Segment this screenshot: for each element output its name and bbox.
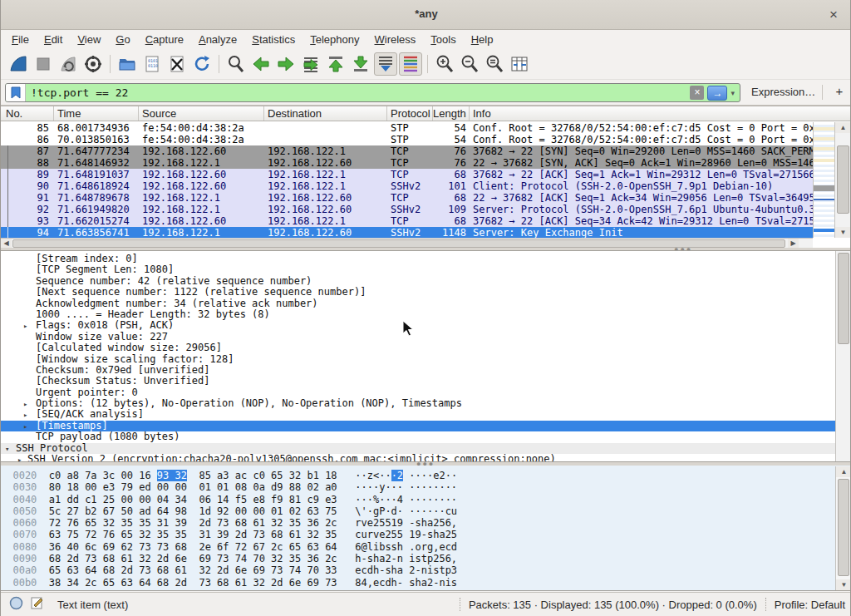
scrollbar-handle[interactable] <box>838 479 849 576</box>
packet-row[interactable]: 9071.648618924192.168.122.60192.168.122.… <box>1 180 813 192</box>
hex-row[interactable]: 0090 68 2d 73 68 61 32 2d 6e 69 73 74 70… <box>1 553 851 564</box>
detail-line[interactable]: ▸Options: (12 bytes), No-Operation (NOP)… <box>1 398 851 409</box>
packet-list-vscrollbar[interactable]: ▲ ▼ <box>834 122 851 238</box>
detail-line[interactable]: ▸Flags: 0x018 (PSH, ACK) <box>1 320 851 331</box>
detail-line[interactable]: Window size value: 227 <box>1 332 851 342</box>
detail-line[interactable]: ▾SSH Protocol <box>1 443 851 454</box>
status-profile[interactable]: Profile: Default <box>775 599 851 611</box>
hex-row[interactable]: 0040 a1 dd c1 25 00 00 04 34 06 14 f5 e8… <box>1 494 851 505</box>
hex-row[interactable]: 0080 36 40 6c 69 62 73 73 68 2e 6f 72 67… <box>1 541 851 553</box>
expander-closed-icon[interactable]: ▸ <box>17 455 22 462</box>
go-bottom-icon[interactable] <box>349 52 372 76</box>
packet-row[interactable]: 8871.648146932192.168.122.1192.168.122.6… <box>1 157 813 169</box>
scrollbar-handle[interactable] <box>837 145 849 214</box>
capture-comment-icon[interactable] <box>30 596 44 613</box>
menu-statistics[interactable]: Statistics <box>244 32 303 47</box>
menu-go[interactable]: Go <box>108 32 137 47</box>
column-header-destination[interactable]: Destination <box>264 106 387 121</box>
hex-row[interactable]: 0050 5c 27 b2 67 50 ad 64 98 1d 92 00 00… <box>1 505 851 517</box>
column-header-length[interactable]: Length <box>433 106 470 121</box>
column-header-time[interactable]: Time <box>54 106 139 121</box>
menu-view[interactable]: View <box>70 32 108 47</box>
expression-button[interactable]: Expression… <box>751 86 815 98</box>
hex-row[interactable]: 0030 80 18 00 e3 79 ed 00 00 01 01 08 0a… <box>1 481 851 493</box>
capture-restart-icon[interactable] <box>57 52 80 76</box>
hex-row[interactable]: 0060 72 76 65 32 35 35 31 39 2d 73 68 61… <box>1 517 851 529</box>
go-forward-icon[interactable] <box>274 52 298 76</box>
detail-line[interactable]: Acknowledgment number: 34 (relative ack … <box>1 298 851 309</box>
hex-row[interactable]: 00b0 38 34 2c 65 63 64 68 2d 73 68 61 32… <box>1 577 851 589</box>
capture-start-icon[interactable] <box>7 52 30 76</box>
column-header-protocol[interactable]: Protocol <box>387 106 433 121</box>
zoom-in-icon[interactable] <box>433 52 456 76</box>
hex-row[interactable]: 0070 63 75 72 76 65 32 35 35 31 39 2d 73… <box>1 529 851 540</box>
colorize-icon[interactable] <box>399 52 422 76</box>
detail-line[interactable]: [Calculated window size: 29056] <box>1 342 851 353</box>
go-to-packet-icon[interactable] <box>299 52 322 76</box>
menu-edit[interactable]: Edit <box>37 32 70 47</box>
file-open-icon[interactable] <box>116 52 139 76</box>
detail-line[interactable]: ▸[SEQ/ACK analysis] <box>1 409 851 420</box>
file-close-icon[interactable] <box>165 52 189 76</box>
packet-row[interactable]: 9471.663856741192.168.122.1192.168.122.6… <box>1 227 813 238</box>
detail-line[interactable]: [Next sequence number: 1122 (relative se… <box>1 287 851 298</box>
capture-options-icon[interactable] <box>81 52 105 76</box>
find-packet-icon[interactable] <box>224 52 248 76</box>
menu-telephony[interactable]: Telephony <box>303 32 366 47</box>
scroll-down-icon[interactable]: ▼ <box>836 579 851 590</box>
menu-capture[interactable]: Capture <box>138 32 191 47</box>
column-header-info[interactable]: Info <box>470 106 851 121</box>
detail-line[interactable]: 1000 .... = Header Length: 32 bytes (8) <box>1 309 851 320</box>
detail-line[interactable]: Urgent pointer: 0 <box>1 387 851 398</box>
scrollbar-handle[interactable] <box>838 253 849 344</box>
menu-analyze[interactable]: Analyze <box>191 32 244 47</box>
filter-expression-text[interactable]: !tcp.port == 22 <box>26 86 690 99</box>
packet-row[interactable]: 8568.001734936fe:54:00:d4:38:2aSTP54Conf… <box>1 122 813 134</box>
zoom-reset-icon[interactable] <box>483 52 506 76</box>
scrollbar-handle[interactable] <box>12 239 785 248</box>
detail-line[interactable]: [Window size scaling factor: 128] <box>1 354 851 365</box>
packet-row[interactable]: 8670.013850163fe:54:00:d4:38:2aSTP54Conf… <box>1 134 813 145</box>
resize-columns-icon[interactable] <box>508 52 531 76</box>
zoom-out-icon[interactable] <box>458 52 481 76</box>
detail-line[interactable]: [Stream index: 0] <box>1 254 851 264</box>
detail-line[interactable]: TCP payload (1080 bytes) <box>1 431 851 442</box>
menu-tools[interactable]: Tools <box>423 32 463 47</box>
filter-clear-icon[interactable]: × <box>690 86 704 100</box>
filter-dropdown-icon[interactable]: ▾ <box>730 89 735 97</box>
hex-row[interactable]: 00a0 65 63 64 68 2d 73 68 61 32 2d 6e 69… <box>1 564 851 576</box>
close-window-button[interactable]: × <box>825 7 842 23</box>
detail-line[interactable]: [TCP Segment Len: 1080] <box>1 264 851 275</box>
menu-help[interactable]: Help <box>464 32 501 47</box>
bytes-vscrollbar[interactable]: ▲ ▼ <box>835 466 851 590</box>
packet-row[interactable]: 9271.661949820192.168.122.1192.168.122.6… <box>1 204 813 215</box>
column-header-no[interactable]: No. <box>1 106 54 121</box>
scroll-up-icon[interactable]: ▲ <box>836 466 851 477</box>
reload-icon[interactable] <box>190 52 214 76</box>
packet-row[interactable]: 9171.648789678192.168.122.1192.168.122.6… <box>1 192 813 204</box>
capture-stop-icon[interactable] <box>32 52 55 76</box>
file-save-icon[interactable]: 01010110 <box>140 52 164 76</box>
scroll-down-icon[interactable]: ▼ <box>835 227 851 238</box>
go-top-icon[interactable] <box>324 52 347 76</box>
auto-scroll-icon[interactable] <box>374 52 397 76</box>
detail-line[interactable]: Sequence number: 42 (relative sequence n… <box>1 276 851 287</box>
scroll-up-icon[interactable]: ▲ <box>835 122 851 133</box>
filter-apply-icon[interactable]: → <box>707 86 727 101</box>
display-filter-input[interactable]: !tcp.port == 22 × → ▾ <box>5 83 740 102</box>
hex-row[interactable]: 0020 c0 a8 7a 3c 00 16 93 32 85 a3 ac c0… <box>1 470 851 481</box>
detail-line[interactable]: ▸[Timestamps] <box>1 421 851 431</box>
packet-row[interactable]: 9371.662015274192.168.122.60192.168.122.… <box>1 215 813 227</box>
filter-bookmark-icon[interactable] <box>6 84 26 101</box>
detail-line[interactable]: Checksum: 0x79ed [unverified] <box>1 365 851 376</box>
expert-info-icon[interactable] <box>9 596 23 613</box>
menu-file[interactable]: File <box>4 32 37 47</box>
intelligent-scrollbar-minimap[interactable] <box>813 122 834 238</box>
packet-row[interactable]: 8771.647777234192.168.122.60192.168.122.… <box>1 145 813 157</box>
menu-wireless[interactable]: Wireless <box>367 32 424 47</box>
details-vscrollbar[interactable] <box>835 251 851 461</box>
packet-row[interactable]: 8971.648191037192.168.122.60192.168.122.… <box>1 169 813 180</box>
go-back-icon[interactable] <box>249 52 273 76</box>
detail-line[interactable]: [Checksum Status: Unverified] <box>1 376 851 387</box>
column-header-source[interactable]: Source <box>139 106 264 121</box>
